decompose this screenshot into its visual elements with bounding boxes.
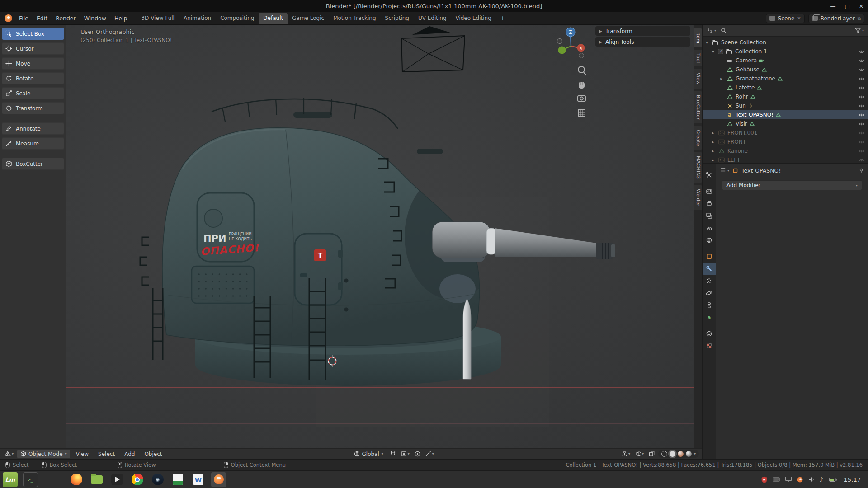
menu-edit[interactable]: Edit [33,13,52,23]
sidebar-tab-view[interactable]: View [694,69,702,88]
tab-texture[interactable] [703,340,716,352]
search-icon[interactable] [721,28,726,33]
add-modifier-dropdown[interactable]: Add Modifier ▾ [722,180,862,190]
sidebar-tab-create[interactable]: Create [694,126,702,150]
sidebar-tab-tool[interactable]: Tool [694,50,702,66]
menu-render[interactable]: Render [52,13,80,23]
battery-icon[interactable] [829,478,837,482]
chrome-icon[interactable] [130,472,145,487]
workspace-tab-uv-editing[interactable]: UV Editing [414,13,451,24]
music-note-icon[interactable]: ♪ [820,476,824,483]
viewport-3d[interactable]: T ПРИ ВРАЩЕНИИ НЕ ХОДИТЬ ОПАСНО! [0,25,702,459]
menu-view[interactable]: View [72,450,92,458]
tool-boxcutter[interactable]: BoxCutter [2,158,64,170]
tool-select-box[interactable]: Select Box [2,28,64,40]
workspace-tab-video-editing[interactable]: Video Editing [451,13,496,24]
outliner-row-granatpatrone[interactable]: ▸ Granatpatrone [703,74,868,83]
proportional-editing-icon[interactable] [413,451,422,457]
tab-modifiers[interactable] [703,263,716,275]
workspace-tab-compositing[interactable]: Compositing [216,13,259,24]
file-manager-icon[interactable] [89,472,104,487]
outliner-row-gehaeuse[interactable]: Gehäuse [703,65,868,74]
disclosure-triangle[interactable]: ▸ [711,149,716,153]
tool-cursor[interactable]: Cursor [2,42,64,55]
terminal-icon[interactable]: >_ [23,472,38,487]
workspace-tab-game-logic[interactable]: Game Logic [288,13,329,24]
shading-material-button[interactable] [678,451,684,457]
editor-type-button[interactable]: ▾ [3,451,15,457]
taskbar-clock[interactable]: 15:17 [844,476,861,483]
mode-dropdown[interactable]: Object Mode ▾ [17,450,70,458]
eye-icon[interactable] [859,104,865,108]
gizmo-y-axis[interactable] [558,47,566,54]
shading-dropdown-icon[interactable]: ▾ [694,452,696,456]
shading-solid-button[interactable] [670,451,675,457]
outliner-row-camera[interactable]: Camera [703,56,868,65]
outliner-row-rohr[interactable]: Rohr [703,92,868,101]
tab-particles[interactable] [703,275,716,287]
outliner-row-front[interactable]: ▸ FRONT [703,137,868,146]
disclosure-triangle[interactable]: ▾ [711,49,716,54]
scene-selector[interactable]: Scene ✕ [766,14,805,23]
tab-render[interactable] [703,185,716,197]
blender-tray-icon[interactable] [797,477,803,483]
tool-measure[interactable]: Measure [2,137,64,150]
falloff-dropdown[interactable]: ▾ [424,451,435,457]
minimize-button[interactable]: — [830,3,836,9]
outliner-row-text-opasno[interactable]: a Text-OPASNO! [703,110,868,119]
writer-icon[interactable]: W [191,472,206,487]
outliner-row-scene-collection[interactable]: ▾ Scene Collection [703,38,868,47]
eye-icon[interactable] [859,149,865,153]
tool-transform[interactable]: Transform [2,102,64,114]
pan-hand-icon[interactable] [579,82,585,89]
eye-icon[interactable] [859,122,865,126]
render-layer-selector[interactable]: RenderLayer ⧉ [808,14,864,23]
close-button[interactable]: ✕ [859,3,863,9]
sidebar-tab-machin3[interactable]: MACHIN3 [694,152,702,183]
shading-wireframe-button[interactable] [661,451,667,457]
workspace-tab-motion-tracking[interactable]: Motion Tracking [329,13,380,24]
panel-align-tools[interactable]: ▶ Align Tools [595,37,690,47]
eye-icon[interactable] [859,50,865,54]
viewport-canvas[interactable]: T ПРИ ВРАЩЕНИИ НЕ ХОДИТЬ ОПАСНО! [0,25,694,448]
display-mode-dropdown[interactable]: ▾ [707,28,716,34]
shading-rendered-button[interactable] [686,451,692,457]
eye-icon[interactable] [859,140,865,144]
outliner-row-collection-1[interactable]: ▾ ✓ Collection 1 [703,47,868,56]
media-player-icon[interactable] [109,472,124,487]
disclosure-triangle[interactable]: ▸ [711,131,716,135]
panel-transform[interactable]: ▶ Transform [595,26,690,36]
eye-icon[interactable] [859,68,865,72]
show-gizmo-dropdown[interactable]: ▾ [620,451,632,457]
eye-icon[interactable] [859,113,865,117]
eye-icon[interactable] [859,158,865,162]
tab-tool[interactable] [703,169,716,181]
sidebar-tab-boxcutter[interactable]: BoxCutter [694,91,702,123]
workspace-tab-3d-view-full[interactable]: 3D View Full [137,13,179,24]
collection-checkbox[interactable]: ✓ [718,49,723,54]
tab-world[interactable] [703,234,716,246]
volume-icon[interactable] [808,477,814,482]
disclosure-triangle[interactable]: ▸ [719,76,724,81]
add-workspace-button[interactable]: + [496,13,509,24]
outliner-row-lafette[interactable]: Lafette [703,83,868,92]
eye-icon[interactable] [859,59,865,63]
eye-icon[interactable] [859,77,865,81]
menu-add[interactable]: Add [121,450,138,458]
new-layer-icon[interactable]: ⧉ [858,16,861,21]
menu-window[interactable]: Window [80,13,110,23]
tab-object[interactable] [703,250,716,263]
snap-magnet-icon[interactable] [389,451,397,457]
shell-object[interactable] [463,299,471,379]
workspace-tab-scripting[interactable]: Scripting [381,13,414,24]
xray-toggle[interactable] [647,451,656,457]
disclosure-triangle[interactable]: ▸ [711,140,716,144]
gizmo-negative-axis[interactable] [579,53,584,58]
tab-object-data[interactable]: a [703,311,716,324]
menu-file[interactable]: File [15,13,33,23]
outliner-row-sun[interactable]: Sun [703,101,868,110]
outliner-row-visir[interactable]: Visir [703,119,868,128]
tab-material[interactable] [703,328,716,340]
tool-annotate[interactable]: Annotate [2,122,64,135]
gizmo-negative-axis[interactable] [557,39,562,44]
